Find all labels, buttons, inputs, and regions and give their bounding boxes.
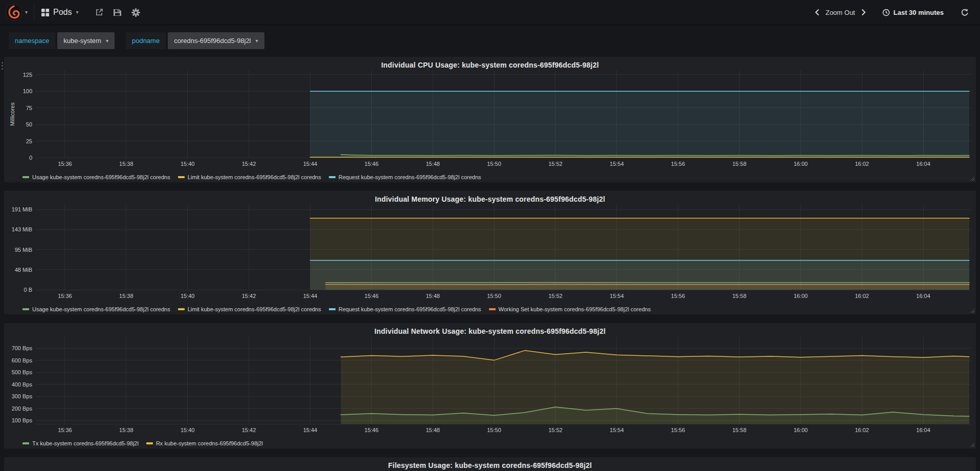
svg-text:15:40: 15:40 [181, 161, 195, 167]
variable-namespace: namespace kube-system ▾ [9, 32, 115, 49]
variable-value-namespace[interactable]: kube-system ▾ [57, 32, 115, 49]
svg-text:15:44: 15:44 [303, 161, 318, 167]
svg-text:95 MiB: 95 MiB [15, 247, 32, 253]
svg-text:16:00: 16:00 [794, 293, 808, 299]
time-shift-forward-button[interactable] [858, 7, 869, 18]
svg-text:15:48: 15:48 [426, 293, 440, 299]
legend-item[interactable]: Request kube-system coredns-695f96dcd5-9… [329, 174, 481, 180]
svg-text:15:36: 15:36 [58, 293, 72, 299]
legend-color-dash [23, 308, 29, 310]
svg-text:191 MiB: 191 MiB [12, 206, 32, 212]
caret-down-icon: ▾ [256, 38, 258, 44]
refresh-icon [961, 9, 969, 16]
svg-text:400 Bps: 400 Bps [12, 381, 33, 388]
svg-text:15:52: 15:52 [548, 161, 563, 167]
svg-text:15:38: 15:38 [119, 293, 133, 299]
variable-selected-namespace: kube-system [63, 37, 101, 45]
svg-text:15:56: 15:56 [671, 293, 685, 299]
clock-icon [882, 9, 890, 16]
chart-canvas-network[interactable]: 15:3615:3815:4015:4215:4415:4615:4815:50… [9, 337, 971, 436]
panel-title[interactable]: Individual Memory Usage: kube-system cor… [9, 194, 971, 205]
legend-color-dash [178, 308, 185, 310]
time-range-label: Last 30 minutes [894, 9, 944, 16]
svg-text:16:02: 16:02 [855, 161, 869, 167]
share-button[interactable] [92, 6, 106, 18]
svg-text:700 Bps: 700 Bps [12, 345, 33, 351]
variable-value-podname[interactable]: coredns-695f96dcd5-98j2l ▾ [168, 32, 264, 49]
legend-series-label: Limit kube-system coredns-695f96dcd5-98j… [188, 174, 321, 180]
svg-text:15:56: 15:56 [671, 427, 685, 433]
caret-down-icon: ▾ [25, 10, 28, 15]
variables-bar: namespace kube-system ▾ podname coredns-… [0, 25, 980, 57]
panel-memory: Individual Memory Usage: kube-system cor… [4, 191, 976, 314]
svg-text:100 Bps: 100 Bps [12, 417, 33, 423]
svg-text:15:42: 15:42 [242, 427, 256, 433]
svg-text:15:54: 15:54 [610, 161, 624, 167]
legend-item[interactable]: Working Set kube-system coredns-695f96dc… [489, 306, 651, 312]
legend-color-dash [146, 442, 153, 444]
legend-color-dash [329, 176, 336, 178]
legend-color-dash [329, 308, 336, 310]
legend-color-dash [178, 176, 185, 178]
dashboard-picker[interactable]: Pods ▾ [41, 8, 79, 17]
settings-button[interactable] [128, 6, 143, 19]
row-drag-handle[interactable] [2, 62, 3, 63]
caret-down-icon: ▾ [76, 10, 79, 15]
time-shift-back-button[interactable] [812, 7, 822, 18]
caret-down-icon: ▾ [106, 38, 108, 44]
zoom-out-button[interactable]: Zoom Out [822, 7, 858, 18]
navbar-divider [34, 5, 34, 20]
refresh-button[interactable] [958, 7, 972, 18]
variable-label-podname: podname [126, 32, 166, 49]
svg-text:50: 50 [26, 121, 32, 127]
svg-text:15:38: 15:38 [119, 161, 133, 167]
svg-text:15:46: 15:46 [365, 293, 379, 299]
svg-text:15:44: 15:44 [303, 293, 318, 299]
legend-item[interactable]: Request kube-system coredns-695f96dcd5-9… [329, 306, 481, 312]
legend-item[interactable]: Usage kube-system coredns-695f96dcd5-98j… [23, 306, 170, 312]
legend-series-label: Request kube-system coredns-695f96dcd5-9… [339, 306, 481, 312]
svg-text:Millicores: Millicores [9, 102, 15, 126]
time-range-picker-button[interactable]: Last 30 minutes [879, 7, 947, 18]
legend: Usage kube-system coredns-695f96dcd5-98j… [9, 303, 971, 312]
variable-podname: podname coredns-695f96dcd5-98j2l ▾ [126, 32, 264, 49]
navbar: ▾ Pods ▾ [0, 0, 980, 25]
svg-text:15:42: 15:42 [242, 161, 256, 167]
chart-canvas-memory[interactable]: 15:3615:3815:4015:4215:4415:4615:4815:50… [9, 205, 971, 302]
svg-text:15:56: 15:56 [671, 161, 685, 167]
svg-text:15:54: 15:54 [610, 293, 624, 299]
chart-canvas-cpu[interactable]: 15:3615:3815:4015:4215:4415:4615:4815:50… [9, 71, 971, 170]
save-icon [114, 9, 121, 16]
svg-text:15:46: 15:46 [365, 427, 379, 433]
svg-text:15:44: 15:44 [303, 427, 318, 433]
svg-text:15:48: 15:48 [426, 427, 440, 433]
legend-series-label: Usage kube-system coredns-695f96dcd5-98j… [32, 306, 170, 312]
chevron-left-icon [815, 9, 819, 16]
legend-series-label: Limit kube-system coredns-695f96dcd5-98j… [188, 306, 321, 312]
legend-item[interactable]: Rx kube-system coredns-695f96dcd5-98j2l [146, 440, 263, 446]
svg-text:15:40: 15:40 [181, 293, 195, 299]
variable-selected-podname: coredns-695f96dcd5-98j2l [174, 37, 251, 45]
svg-text:15:52: 15:52 [548, 427, 563, 433]
panel-title[interactable]: Individual CPU Usage: kube-system coredn… [9, 59, 971, 71]
svg-text:15:58: 15:58 [732, 293, 747, 299]
legend-item[interactable]: Limit kube-system coredns-695f96dcd5-98j… [178, 306, 321, 312]
svg-text:15:46: 15:46 [365, 161, 379, 167]
chevron-right-icon [861, 9, 866, 16]
svg-text:600 Bps: 600 Bps [12, 357, 33, 363]
save-button[interactable] [110, 7, 124, 18]
legend-item[interactable]: Tx kube-system coredns-695f96dcd5-98j2l [23, 440, 139, 446]
legend-item[interactable]: Usage kube-system coredns-695f96dcd5-98j… [23, 174, 170, 180]
svg-text:16:02: 16:02 [855, 427, 869, 433]
panel-cpu: Individual CPU Usage: kube-system coredn… [4, 57, 976, 182]
panel-title[interactable]: Individual Network Usage: kube-system co… [9, 326, 971, 337]
panel-title[interactable]: Filesystem Usage: kube-system coredns-69… [9, 460, 971, 471]
grafana-logo[interactable]: ▾ [5, 4, 28, 21]
svg-text:16:00: 16:00 [794, 161, 808, 167]
svg-text:15:38: 15:38 [119, 427, 133, 433]
legend-series-label: Request kube-system coredns-695f96dcd5-9… [339, 174, 481, 180]
legend-item[interactable]: Limit kube-system coredns-695f96dcd5-98j… [178, 174, 321, 180]
legend-color-dash [489, 308, 496, 310]
svg-text:16:02: 16:02 [855, 293, 869, 299]
svg-text:200 Bps: 200 Bps [12, 405, 33, 412]
